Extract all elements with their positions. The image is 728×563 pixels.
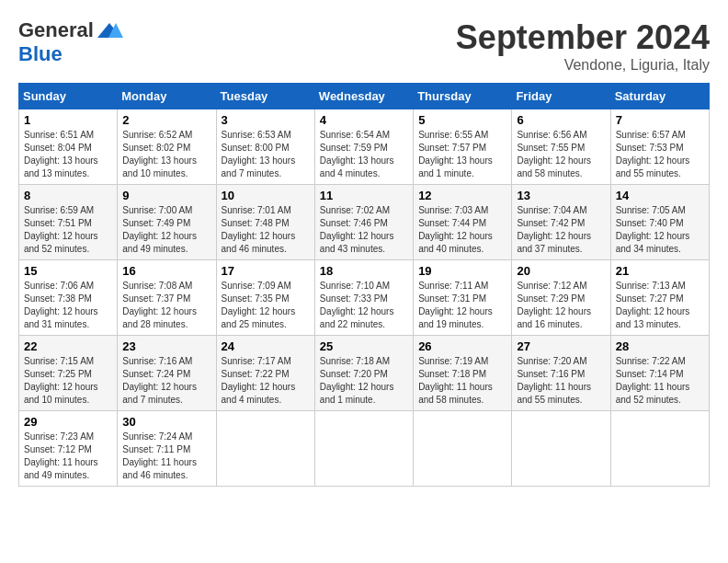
day-info: Sunrise: 7:20 AM Sunset: 7:16 PM Dayligh… (517, 355, 605, 407)
day-info: Sunrise: 6:51 AM Sunset: 8:04 PM Dayligh… (24, 129, 112, 180)
calendar-cell: 23Sunrise: 7:16 AM Sunset: 7:24 PM Dayli… (118, 336, 216, 411)
calendar-cell: 18Sunrise: 7:10 AM Sunset: 7:33 PM Dayli… (314, 260, 413, 336)
day-info: Sunrise: 7:11 AM Sunset: 7:31 PM Dayligh… (418, 280, 506, 331)
column-header-monday: Monday (118, 84, 216, 109)
calendar-cell: 19Sunrise: 7:11 AM Sunset: 7:31 PM Dayli… (414, 260, 512, 336)
day-info: Sunrise: 7:22 AM Sunset: 7:14 PM Dayligh… (616, 355, 704, 407)
day-info: Sunrise: 6:56 AM Sunset: 7:55 PM Dayligh… (517, 129, 605, 180)
day-info: Sunrise: 7:18 AM Sunset: 7:20 PM Dayligh… (320, 355, 408, 407)
day-info: Sunrise: 7:01 AM Sunset: 7:48 PM Dayligh… (222, 204, 310, 256)
calendar-cell: 22Sunrise: 7:15 AM Sunset: 7:25 PM Dayli… (19, 336, 118, 411)
day-info: Sunrise: 6:53 AM Sunset: 8:00 PM Dayligh… (222, 129, 310, 180)
day-info: Sunrise: 7:02 AM Sunset: 7:46 PM Dayligh… (320, 204, 408, 256)
day-info: Sunrise: 7:06 AM Sunset: 7:38 PM Dayligh… (24, 280, 112, 331)
day-info: Sunrise: 7:13 AM Sunset: 7:27 PM Dayligh… (616, 280, 704, 331)
calendar-cell: 11Sunrise: 7:02 AM Sunset: 7:46 PM Dayli… (314, 185, 413, 260)
calendar-cell: 14Sunrise: 7:05 AM Sunset: 7:40 PM Dayli… (610, 185, 709, 260)
calendar-cell: 3Sunrise: 6:53 AM Sunset: 8:00 PM Daylig… (216, 109, 314, 185)
day-number: 7 (616, 113, 704, 127)
week-row-2: 8Sunrise: 6:59 AM Sunset: 7:51 PM Daylig… (19, 185, 710, 260)
column-header-saturday: Saturday (610, 84, 709, 109)
day-info: Sunrise: 7:17 AM Sunset: 7:22 PM Dayligh… (222, 355, 310, 407)
day-info: Sunrise: 7:10 AM Sunset: 7:33 PM Dayligh… (320, 280, 408, 331)
column-header-sunday: Sunday (19, 84, 118, 109)
page-header: General Blue September 2024 Vendone, Lig… (18, 18, 710, 74)
day-number: 26 (418, 339, 506, 353)
day-number: 8 (24, 189, 112, 202)
calendar-cell: 17Sunrise: 7:09 AM Sunset: 7:35 PM Dayli… (216, 260, 314, 336)
logo: General Blue (18, 18, 123, 66)
title-area: September 2024 Vendone, Liguria, Italy (456, 18, 710, 74)
day-number: 17 (222, 264, 310, 278)
calendar-cell (610, 411, 709, 487)
day-number: 30 (122, 415, 210, 429)
day-number: 25 (320, 339, 408, 353)
calendar-cell (314, 411, 413, 487)
calendar-cell: 8Sunrise: 6:59 AM Sunset: 7:51 PM Daylig… (19, 185, 118, 260)
column-header-tuesday: Tuesday (216, 84, 314, 109)
calendar-cell (512, 411, 610, 487)
logo-icon (96, 21, 123, 40)
day-info: Sunrise: 7:15 AM Sunset: 7:25 PM Dayligh… (24, 355, 112, 407)
day-info: Sunrise: 6:59 AM Sunset: 7:51 PM Dayligh… (24, 204, 112, 256)
day-number: 27 (517, 339, 605, 353)
day-number: 15 (24, 264, 112, 278)
column-header-friday: Friday (512, 84, 610, 109)
week-row-4: 22Sunrise: 7:15 AM Sunset: 7:25 PM Dayli… (19, 336, 710, 411)
day-info: Sunrise: 7:24 AM Sunset: 7:11 PM Dayligh… (122, 431, 210, 482)
day-info: Sunrise: 7:19 AM Sunset: 7:18 PM Dayligh… (418, 355, 506, 407)
calendar-cell: 1Sunrise: 6:51 AM Sunset: 8:04 PM Daylig… (19, 109, 118, 185)
day-number: 29 (24, 415, 112, 429)
calendar-cell: 30Sunrise: 7:24 AM Sunset: 7:11 PM Dayli… (118, 411, 216, 487)
day-number: 1 (24, 113, 112, 127)
calendar-cell: 12Sunrise: 7:03 AM Sunset: 7:44 PM Dayli… (414, 185, 512, 260)
calendar-cell: 13Sunrise: 7:04 AM Sunset: 7:42 PM Dayli… (512, 185, 610, 260)
day-info: Sunrise: 7:03 AM Sunset: 7:44 PM Dayligh… (418, 204, 506, 256)
month-title: September 2024 (456, 18, 710, 57)
day-number: 13 (517, 189, 605, 202)
day-number: 11 (320, 189, 408, 202)
day-number: 2 (122, 113, 210, 127)
day-number: 9 (122, 189, 210, 202)
calendar-cell (414, 411, 512, 487)
calendar-cell: 20Sunrise: 7:12 AM Sunset: 7:29 PM Dayli… (512, 260, 610, 336)
calendar-cell: 25Sunrise: 7:18 AM Sunset: 7:20 PM Dayli… (314, 336, 413, 411)
logo-general-text: General (18, 18, 94, 42)
day-number: 16 (122, 264, 210, 278)
calendar-table: SundayMondayTuesdayWednesdayThursdayFrid… (18, 83, 710, 487)
calendar-cell: 24Sunrise: 7:17 AM Sunset: 7:22 PM Dayli… (216, 336, 314, 411)
week-row-1: 1Sunrise: 6:51 AM Sunset: 8:04 PM Daylig… (19, 109, 710, 185)
day-number: 19 (418, 264, 506, 278)
day-number: 6 (517, 113, 605, 127)
day-number: 3 (222, 113, 310, 127)
calendar-cell: 7Sunrise: 6:57 AM Sunset: 7:53 PM Daylig… (610, 109, 709, 185)
day-info: Sunrise: 7:16 AM Sunset: 7:24 PM Dayligh… (122, 355, 210, 407)
day-number: 20 (517, 264, 605, 278)
column-header-wednesday: Wednesday (314, 84, 413, 109)
calendar-header-row: SundayMondayTuesdayWednesdayThursdayFrid… (19, 84, 710, 109)
calendar-cell: 4Sunrise: 6:54 AM Sunset: 7:59 PM Daylig… (314, 109, 413, 185)
calendar-cell (216, 411, 314, 487)
calendar-cell: 29Sunrise: 7:23 AM Sunset: 7:12 PM Dayli… (19, 411, 118, 487)
day-info: Sunrise: 7:05 AM Sunset: 7:40 PM Dayligh… (616, 204, 704, 256)
day-info: Sunrise: 6:55 AM Sunset: 7:57 PM Dayligh… (418, 129, 506, 180)
day-number: 28 (616, 339, 704, 353)
calendar-cell: 2Sunrise: 6:52 AM Sunset: 8:02 PM Daylig… (118, 109, 216, 185)
day-info: Sunrise: 6:52 AM Sunset: 8:02 PM Dayligh… (122, 129, 210, 180)
column-header-thursday: Thursday (414, 84, 512, 109)
calendar-cell: 28Sunrise: 7:22 AM Sunset: 7:14 PM Dayli… (610, 336, 709, 411)
day-number: 5 (418, 113, 506, 127)
day-info: Sunrise: 6:54 AM Sunset: 7:59 PM Dayligh… (320, 129, 408, 180)
week-row-3: 15Sunrise: 7:06 AM Sunset: 7:38 PM Dayli… (19, 260, 710, 336)
day-number: 12 (418, 189, 506, 202)
calendar-cell: 10Sunrise: 7:01 AM Sunset: 7:48 PM Dayli… (216, 185, 314, 260)
day-number: 21 (616, 264, 704, 278)
calendar-cell: 5Sunrise: 6:55 AM Sunset: 7:57 PM Daylig… (414, 109, 512, 185)
day-number: 18 (320, 264, 408, 278)
day-number: 22 (24, 339, 112, 353)
day-info: Sunrise: 7:00 AM Sunset: 7:49 PM Dayligh… (122, 204, 210, 256)
day-number: 10 (222, 189, 310, 202)
calendar-cell: 16Sunrise: 7:08 AM Sunset: 7:37 PM Dayli… (118, 260, 216, 336)
calendar-cell: 27Sunrise: 7:20 AM Sunset: 7:16 PM Dayli… (512, 336, 610, 411)
logo-blue-text: Blue (18, 42, 63, 66)
